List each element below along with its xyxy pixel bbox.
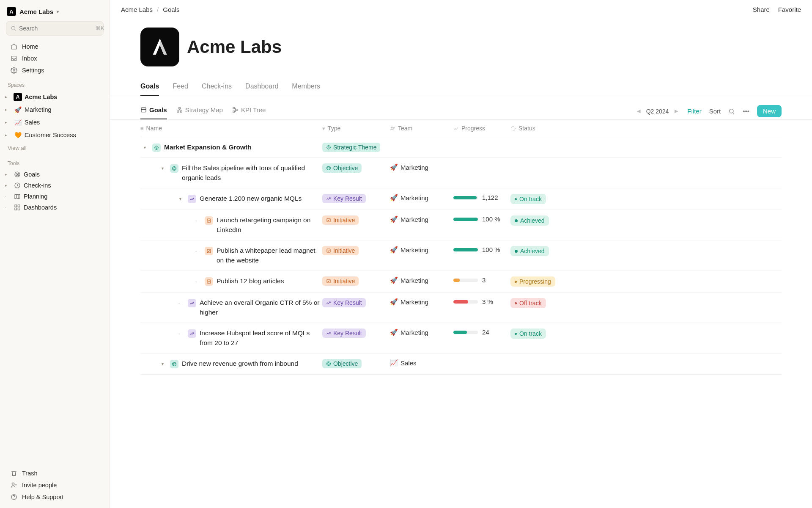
type-pill[interactable]: Initiative (322, 246, 359, 255)
type-cell: Initiative (322, 246, 390, 255)
more-options-button[interactable]: ••• (743, 108, 749, 115)
sidebar-tool-item[interactable]: ▸ Goals (0, 169, 110, 180)
row-title[interactable]: Launch retargeting campaign on LinkedIn (217, 215, 322, 235)
tab-goals[interactable]: Goals (140, 78, 159, 96)
breadcrumb-current[interactable]: Goals (163, 6, 179, 13)
sort-button[interactable]: Sort (709, 108, 721, 115)
sidebar-space-item[interactable]: ▸ 📈 Sales (0, 116, 110, 129)
team-cell[interactable]: 🚀Marketing (390, 246, 453, 254)
team-cell[interactable]: 🚀Marketing (390, 329, 453, 336)
sidebar-tool-item[interactable]: ▸ Check-ins (0, 180, 110, 191)
team-cell[interactable]: 🚀Marketing (390, 298, 453, 306)
team-cell[interactable]: 🚀Marketing (390, 215, 453, 223)
type-pill[interactable]: Objective (322, 163, 362, 173)
type-pill[interactable]: Key Result (322, 298, 366, 307)
row-title[interactable]: Market Expansion & Growth (164, 143, 322, 152)
team-cell[interactable]: 🚀Marketing (390, 163, 453, 171)
row-title[interactable]: Generate 1.200 new organic MQLs (200, 194, 322, 203)
row-title[interactable]: Drive new revenue growth from inbound (182, 359, 322, 368)
type-pill[interactable]: Key Result (322, 329, 366, 338)
workspace-switcher[interactable]: A Acme Labs ▾ (0, 5, 110, 21)
filter-button[interactable]: Filter (687, 108, 701, 115)
chevron-right-icon[interactable]: ▸ (5, 95, 11, 99)
table-row[interactable]: ▼ Drive new revenue growth from inbound … (140, 353, 782, 374)
tabs: GoalsFeedCheck-insDashboardMembers (110, 78, 812, 96)
search-input[interactable]: ⌘K (6, 21, 104, 36)
chevron-right-icon[interactable]: ▸ (5, 120, 11, 124)
nav-inbox[interactable]: Inbox (3, 52, 107, 64)
status-pill[interactable]: On track (510, 329, 546, 339)
status-pill[interactable]: Progressing (510, 276, 555, 287)
team-cell[interactable]: 🚀Marketing (390, 276, 453, 284)
nav-home[interactable]: Home (3, 41, 107, 52)
name-cell: ● Achieve an overall Organic CTR of 5% o… (140, 298, 322, 317)
status-pill[interactable]: On track (510, 194, 546, 204)
favorite-button[interactable]: Favorite (778, 6, 801, 13)
table-row[interactable]: ● Publish 12 blog articles Initiative 🚀M… (140, 271, 782, 293)
status-pill[interactable]: Achieved (510, 246, 549, 256)
column-type[interactable]: ▾Type (322, 125, 390, 132)
row-title[interactable]: Fill the Sales pipeline with tons of qua… (182, 163, 322, 182)
subtab-kpi-tree[interactable]: KPI Tree (232, 103, 266, 119)
table-row[interactable]: ▼ Market Expansion & Growth Strategic Th… (140, 137, 782, 158)
period-prev-button[interactable]: ◀ (637, 108, 640, 114)
tab-feed[interactable]: Feed (173, 78, 188, 96)
search-field[interactable] (19, 25, 93, 32)
chevron-right-icon[interactable]: ▸ (5, 108, 11, 112)
collapse-caret-icon[interactable]: ▼ (161, 166, 167, 171)
column-name[interactable]: ≡Name (140, 125, 322, 132)
row-title[interactable]: Publish a whitepaper lead magnet on the … (217, 246, 322, 265)
row-title[interactable]: Publish 12 blog articles (217, 276, 322, 286)
status-pill[interactable]: Achieved (510, 215, 549, 226)
search-table-button[interactable] (728, 108, 735, 115)
sitemap-icon (176, 107, 183, 113)
type-pill[interactable]: Strategic Theme (322, 143, 380, 152)
column-progress[interactable]: Progress (453, 125, 510, 132)
collapse-caret-icon[interactable]: ▼ (161, 362, 167, 367)
collapse-caret-icon[interactable]: ▼ (143, 145, 149, 151)
table-row[interactable]: ▼ Generate 1.200 new organic MQLs Key Re… (140, 188, 782, 210)
share-button[interactable]: Share (753, 6, 770, 13)
subtab-goals[interactable]: Goals (140, 103, 167, 119)
sidebar-space-item[interactable]: ▸ 🚀 Marketing (0, 103, 110, 116)
column-team[interactable]: Team (390, 125, 453, 132)
collapse-caret-icon[interactable]: ▼ (178, 196, 184, 202)
type-pill[interactable]: Objective (322, 359, 362, 368)
period-label[interactable]: Q2 2024 (646, 108, 669, 115)
chevron-right-icon[interactable]: ▸ (5, 172, 11, 177)
view-all-link[interactable]: View all (0, 141, 110, 155)
chevron-right-icon[interactable]: ▸ (5, 183, 11, 188)
status-pill[interactable]: Off track (510, 298, 546, 308)
type-pill[interactable]: Initiative (322, 276, 359, 286)
nav-help[interactable]: Help & Support (3, 491, 107, 503)
new-button[interactable]: New (757, 105, 782, 117)
period-next-button[interactable]: ▶ (675, 108, 678, 114)
subtab-strategy-map[interactable]: Strategy Map (176, 103, 223, 119)
table-row[interactable]: ▼ Fill the Sales pipeline with tons of q… (140, 158, 782, 188)
sidebar-space-item[interactable]: ▸ 🧡 Customer Success (0, 129, 110, 141)
nav-invite[interactable]: Invite people (3, 479, 107, 491)
column-status[interactable]: Status (510, 125, 572, 132)
breadcrumb-root[interactable]: Acme Labs (121, 6, 153, 13)
table-row[interactable]: ● Publish a whitepaper lead magnet on th… (140, 240, 782, 271)
team-cell[interactable]: 📈Sales (390, 359, 453, 367)
type-pill[interactable]: Key Result (322, 194, 366, 203)
row-title[interactable]: Increase Hubspot lead score of MQLs from… (200, 329, 322, 348)
chevron-right-icon[interactable]: ▸ (5, 133, 11, 137)
row-title[interactable]: Achieve an overall Organic CTR of 5% or … (200, 298, 322, 317)
table-row[interactable]: ● Launch retargeting campaign on LinkedI… (140, 210, 782, 240)
team-cell[interactable]: 🚀Marketing (390, 194, 453, 202)
team-name: Marketing (401, 164, 428, 171)
name-cell: ● Launch retargeting campaign on LinkedI… (140, 215, 322, 235)
nav-trash[interactable]: Trash (3, 467, 107, 479)
sidebar-tool-item[interactable]: · Planning (0, 191, 110, 202)
table-row[interactable]: ● Increase Hubspot lead score of MQLs fr… (140, 323, 782, 353)
tab-check-ins[interactable]: Check-ins (202, 78, 232, 96)
sidebar-space-item[interactable]: ▸ A Acme Labs (0, 91, 110, 103)
sidebar-tool-item[interactable]: · Dashboards (0, 202, 110, 213)
tab-dashboard[interactable]: Dashboard (245, 78, 278, 96)
tab-members[interactable]: Members (292, 78, 320, 96)
table-row[interactable]: ● Achieve an overall Organic CTR of 5% o… (140, 293, 782, 323)
nav-settings[interactable]: Settings (3, 64, 107, 76)
type-pill[interactable]: Initiative (322, 215, 359, 225)
